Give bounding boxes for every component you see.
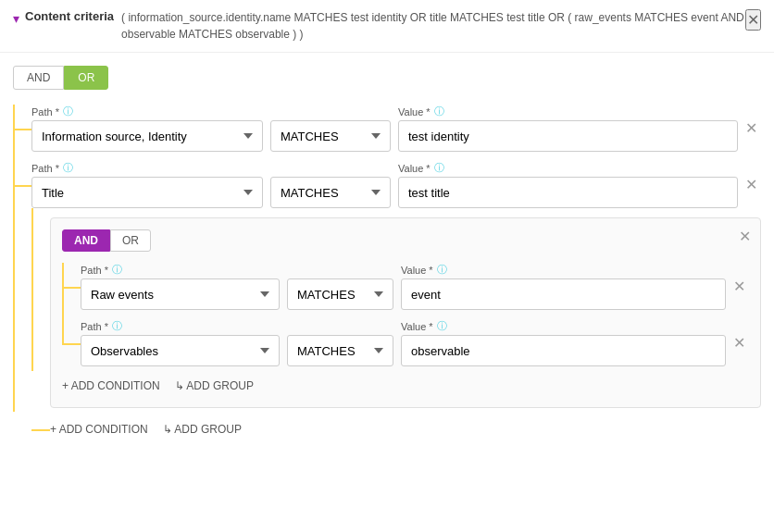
condition-2-value-section: Value * ⓘ: [398, 161, 738, 208]
value-input-2[interactable]: [398, 177, 738, 208]
condition-2-fields: Path * ⓘ Information source, Identity Ti…: [31, 161, 738, 208]
nested-condition-row-2: Path * ⓘ Information source, Identity Ti…: [81, 319, 749, 366]
nested-value-input-1[interactable]: [401, 278, 726, 310]
outer-conditions-group: Path * ⓘ Information source, Identity Ti…: [13, 105, 761, 439]
and-button[interactable]: AND: [13, 66, 64, 90]
nested-operator-label-2: [287, 322, 393, 333]
main-content: AND OR Path * ⓘ Information source, Iden…: [0, 53, 774, 452]
header-expression: ( information_source.identity.name MATCH…: [121, 9, 761, 43]
nested-path-select-1[interactable]: Information source, Identity Title Raw e…: [81, 278, 280, 310]
operator-select-1[interactable]: MATCHES CONTAINS EQUALS: [270, 120, 391, 152]
nested-add-group-button[interactable]: ↳ ADD GROUP: [175, 376, 254, 396]
path-select-2[interactable]: Information source, Identity Title Raw e…: [31, 177, 263, 208]
outer-add-group-label: ↳ ADD GROUP: [163, 423, 242, 436]
nested-condition-1-path-section: Path * ⓘ Information source, Identity Ti…: [81, 263, 280, 310]
nested-condition-1-value-section: Value * ⓘ: [401, 263, 726, 310]
condition-1-fields: Path * ⓘ Information source, Identity Ti…: [31, 105, 738, 152]
remove-condition-2-button[interactable]: ✕: [742, 172, 761, 197]
condition-2-operator-section: MATCHES CONTAINS EQUALS: [270, 164, 391, 208]
nested-add-condition-button[interactable]: + ADD CONDITION: [62, 376, 160, 396]
outer-add-group-button[interactable]: ↳ ADD GROUP: [163, 419, 242, 439]
nested-add-condition-label: + ADD CONDITION: [62, 379, 160, 392]
header: ▾ Content criteria ( information_source.…: [0, 0, 774, 53]
operator-label-2: [270, 164, 391, 175]
close-button[interactable]: ✕: [745, 9, 761, 31]
nested-operator-label-1: [287, 266, 393, 277]
nested-group-container: AND OR ✕ Path * ⓘ: [31, 217, 761, 408]
remove-condition-1-button[interactable]: ✕: [742, 116, 761, 141]
condition-2-path-section: Path * ⓘ Information source, Identity Ti…: [31, 161, 263, 208]
operator-select-2[interactable]: MATCHES CONTAINS EQUALS: [270, 177, 391, 208]
nested-value-info-icon-1[interactable]: ⓘ: [437, 263, 447, 277]
value-label-2: Value * ⓘ: [398, 161, 738, 175]
remove-nested-condition-2-button[interactable]: ✕: [730, 330, 749, 355]
nested-path-select-2[interactable]: Information source, Identity Title Raw e…: [81, 335, 280, 366]
nested-group-header: AND OR: [62, 229, 749, 252]
value-info-icon-1[interactable]: ⓘ: [434, 105, 444, 118]
condition-1-path-section: Path * ⓘ Information source, Identity Ti…: [31, 105, 263, 152]
value-label-1: Value * ⓘ: [398, 105, 738, 118]
outer-add-condition-button[interactable]: + ADD CONDITION: [50, 419, 148, 439]
nested-condition-2-fields: Path * ⓘ Information source, Identity Ti…: [81, 319, 726, 366]
path-label-2: Path * ⓘ: [31, 161, 263, 175]
nested-operator-select-2[interactable]: MATCHES CONTAINS EQUALS: [287, 335, 393, 366]
nested-value-label-2: Value * ⓘ: [401, 319, 726, 333]
or-button[interactable]: OR: [64, 66, 108, 90]
nested-operator-select-1[interactable]: MATCHES CONTAINS EQUALS: [287, 278, 393, 310]
nested-condition-2-path-section: Path * ⓘ Information source, Identity Ti…: [81, 319, 280, 366]
nested-group-close-button[interactable]: ✕: [739, 228, 751, 245]
condition-1-operator-section: MATCHES CONTAINS EQUALS: [270, 107, 391, 152]
top-logic-buttons: AND OR: [13, 66, 761, 90]
condition-row-1: Path * ⓘ Information source, Identity Ti…: [31, 105, 761, 152]
remove-nested-condition-1-button[interactable]: ✕: [730, 274, 749, 299]
path-info-icon-1[interactable]: ⓘ: [63, 105, 73, 118]
nested-or-button[interactable]: OR: [110, 229, 151, 252]
path-info-icon-2[interactable]: ⓘ: [63, 161, 73, 175]
nested-and-button[interactable]: AND: [62, 229, 110, 252]
path-select-1[interactable]: Information source, Identity Title Raw e…: [31, 120, 263, 152]
nested-value-input-2[interactable]: [401, 335, 726, 366]
header-title: Content criteria: [25, 9, 114, 23]
nested-path-info-icon-2[interactable]: ⓘ: [112, 319, 122, 333]
operator-label-1: [270, 107, 391, 118]
nested-condition-1-fields: Path * ⓘ Information source, Identity Ti…: [81, 263, 726, 310]
nested-path-info-icon-1[interactable]: ⓘ: [112, 263, 122, 277]
nested-value-info-icon-2[interactable]: ⓘ: [437, 319, 447, 333]
chevron-icon: ▾: [13, 11, 19, 26]
nested-group-box: AND OR ✕ Path * ⓘ: [50, 217, 761, 408]
nested-add-row: + ADD CONDITION ↳ ADD GROUP: [62, 376, 749, 396]
outer-add-condition-label: + ADD CONDITION: [50, 423, 148, 436]
nested-condition-2-value-section: Value * ⓘ: [401, 319, 726, 366]
condition-row-2: Path * ⓘ Information source, Identity Ti…: [31, 161, 761, 208]
value-input-1[interactable]: [398, 120, 738, 152]
nested-condition-1-operator-section: MATCHES CONTAINS EQUALS: [287, 266, 393, 310]
nested-condition-2-operator-section: MATCHES CONTAINS EQUALS: [287, 322, 393, 366]
value-info-icon-2[interactable]: ⓘ: [434, 161, 444, 175]
nested-add-group-label: ↳ ADD GROUP: [175, 379, 254, 392]
nested-conditions: Path * ⓘ Information source, Identity Ti…: [62, 263, 749, 366]
outer-add-row: + ADD CONDITION ↳ ADD GROUP: [31, 419, 761, 439]
nested-condition-row-1: Path * ⓘ Information source, Identity Ti…: [81, 263, 749, 310]
nested-path-label-1: Path * ⓘ: [81, 263, 280, 277]
nested-value-label-1: Value * ⓘ: [401, 263, 726, 277]
nested-path-label-2: Path * ⓘ: [81, 319, 280, 333]
condition-1-value-section: Value * ⓘ: [398, 105, 738, 152]
path-label-1: Path * ⓘ: [31, 105, 263, 118]
